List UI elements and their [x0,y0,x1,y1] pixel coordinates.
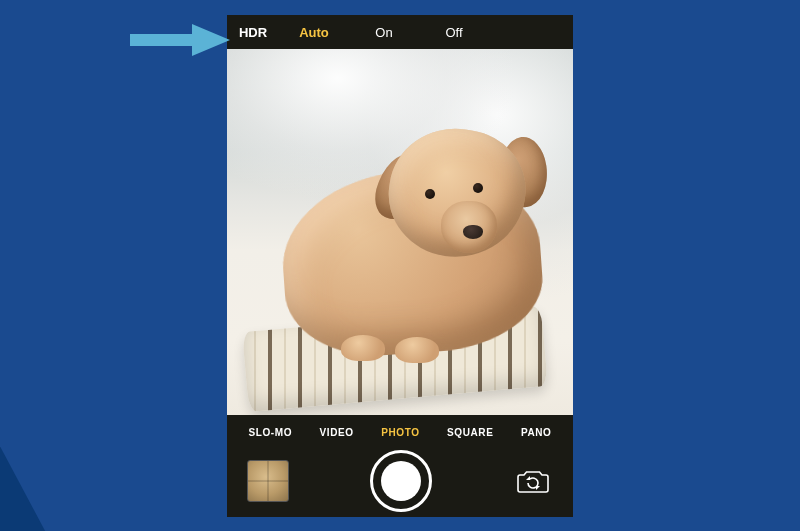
camera-app-screen: HDR Auto On Off SLO-MO VIDEO PHOTO SQUAR… [227,15,573,517]
camera-viewfinder[interactable] [227,49,573,415]
puppy-paw-2 [395,337,439,363]
mode-slo-mo[interactable]: SLO-MO [242,427,298,438]
mode-photo[interactable]: PHOTO [375,427,425,438]
hdr-option-on[interactable]: On [349,15,419,49]
hdr-option-auto[interactable]: Auto [279,15,349,49]
puppy-nose [463,225,483,239]
mode-square[interactable]: SQUARE [441,427,499,438]
puppy-paw-1 [341,335,385,361]
puppy-eye-right [473,183,483,193]
hdr-option-off[interactable]: Off [419,15,489,49]
hdr-bar: HDR Auto On Off [227,15,573,49]
svg-marker-3 [536,486,540,490]
svg-marker-1 [192,24,230,56]
controls-row [227,449,573,517]
slide-background: HDR Auto On Off SLO-MO VIDEO PHOTO SQUAR… [0,0,800,531]
mode-pano[interactable]: PANO [515,427,558,438]
shutter-button[interactable] [370,450,432,512]
shutter-icon [381,461,421,501]
puppy-eye-left [425,189,435,199]
svg-rect-0 [130,34,192,46]
annotation-arrow [130,22,230,62]
svg-marker-2 [526,476,530,480]
mode-video[interactable]: VIDEO [314,427,360,438]
capture-mode-row: SLO-MO VIDEO PHOTO SQUARE PANO [227,415,573,449]
arrow-icon [130,22,230,58]
gallery-thumbnail[interactable] [247,460,289,502]
switch-camera-button[interactable] [513,461,553,501]
hdr-label[interactable]: HDR [227,15,279,49]
switch-camera-icon [516,468,550,494]
